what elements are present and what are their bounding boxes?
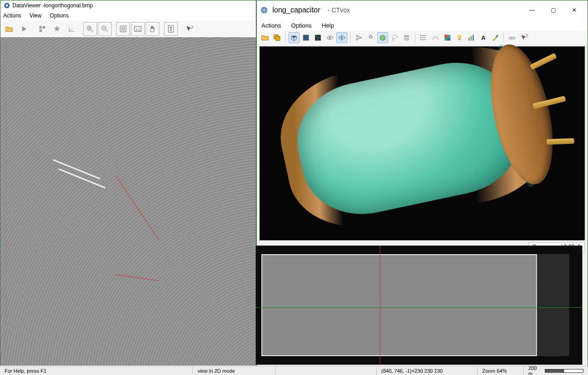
lasso-icon[interactable] [389, 32, 400, 43]
ctvox-toolbar: A ? [257, 31, 588, 45]
menu-actions[interactable]: Actions [3, 12, 21, 19]
ctvox-app-icon [260, 6, 268, 14]
svg-rect-18 [303, 35, 309, 41]
svg-point-24 [329, 37, 331, 39]
menu-options[interactable]: Options [50, 12, 68, 19]
open-icon[interactable] [260, 32, 271, 43]
ctvox-title: long_capacitor [272, 6, 320, 14]
crosshair-vertical[interactable] [380, 246, 380, 364]
crosshair-horizontal[interactable] [256, 307, 582, 308]
svg-rect-39 [470, 36, 472, 40]
text-icon[interactable]: A [478, 32, 489, 43]
help-arrow-icon[interactable]: ? [182, 22, 196, 36]
one-to-one-icon[interactable]: 1:1 [131, 22, 145, 36]
svg-rect-34 [445, 35, 447, 38]
svg-point-12 [170, 27, 172, 29]
svg-text:?: ? [191, 25, 193, 29]
svg-rect-13 [170, 29, 171, 31]
svg-rect-35 [447, 38, 450, 40]
window-minimize-button[interactable]: — [521, 3, 543, 17]
svg-point-21 [318, 37, 319, 38]
axes-3d-icon[interactable] [65, 22, 79, 36]
svg-point-27 [356, 35, 358, 37]
cube-icon[interactable] [288, 32, 300, 43]
menu-help[interactable]: Help [322, 22, 334, 29]
svg-point-31 [420, 37, 421, 38]
svg-rect-2 [40, 26, 42, 28]
window-close-button[interactable]: ✕ [564, 3, 585, 17]
svg-point-32 [420, 40, 421, 40]
window-controls: — ▢ ✕ [521, 3, 585, 17]
status-zoom-label: Zoom 64% [478, 366, 524, 375]
rendered-capacitor [269, 33, 562, 240]
curve-icon[interactable] [430, 32, 441, 43]
dataviewer-app-icon [3, 2, 11, 9]
star-icon[interactable] [50, 22, 64, 36]
window-maximize-button[interactable]: ▢ [543, 3, 564, 17]
palette-icon[interactable] [442, 32, 453, 43]
status-mode-label: view in 2D mode [193, 366, 276, 375]
svg-point-26 [341, 37, 343, 39]
scale-bar-icon [545, 369, 583, 373]
open-icon[interactable] [2, 22, 16, 36]
svg-text:1:1: 1:1 [136, 28, 140, 32]
svg-rect-4 [40, 29, 42, 32]
fit-screen-icon[interactable] [116, 22, 130, 36]
status-scale-label: 200 m [528, 365, 541, 375]
layers-icon[interactable] [271, 32, 283, 43]
svg-text:A: A [481, 35, 485, 41]
dataviewer-window: DataViewer - longorthogonal.bmp Actions … [0, 0, 256, 375]
hist-icon[interactable] [466, 32, 477, 43]
svg-rect-7 [120, 26, 126, 32]
dataviewer-title-prefix: DataViewer - [12, 2, 44, 9]
zoom-out-icon[interactable] [98, 22, 112, 36]
svg-rect-37 [458, 39, 460, 40]
svg-rect-17 [276, 36, 280, 40]
ctvox-titlebar: long_capacitor - CTvox — ▢ ✕ [257, 0, 588, 20]
pan-hand-icon[interactable] [146, 22, 159, 36]
menu-actions[interactable]: Actions [261, 22, 281, 29]
volume-render-view[interactable] [260, 46, 585, 240]
svg-rect-3 [43, 26, 45, 28]
dataviewer-menubar: Actions View Options [0, 11, 256, 21]
ctvox-menubar: Actions Options Help [257, 20, 588, 31]
svg-point-20 [316, 36, 317, 37]
svg-point-29 [392, 35, 397, 39]
stack-icon[interactable] [401, 32, 412, 43]
list-icon[interactable] [418, 32, 429, 43]
svg-rect-38 [469, 38, 470, 40]
svg-point-30 [420, 35, 421, 36]
eye-target-icon[interactable] [336, 32, 347, 43]
menu-view[interactable]: View [29, 12, 41, 19]
bulb-icon[interactable] [454, 32, 465, 43]
noise-icon[interactable] [312, 32, 323, 43]
svg-point-22 [317, 39, 318, 40]
dither-icon[interactable] [300, 32, 311, 43]
grid-hide-icon[interactable] [35, 22, 49, 36]
status-coord-readout: (840, 746, -1)=230 230 230 [377, 366, 478, 375]
status-help-hint: For Help, press F1 [0, 366, 193, 375]
ctvox-app-suffix: - CTvox [328, 6, 350, 14]
info-page-icon[interactable] [164, 22, 178, 36]
scissors-icon[interactable] [353, 32, 364, 43]
svg-point-28 [356, 39, 358, 40]
play-icon[interactable] [17, 22, 31, 36]
dataviewer-workspace [0, 37, 256, 365]
slice-view-sagittal[interactable] [255, 245, 582, 365]
menu-options[interactable]: Options [291, 22, 312, 29]
dataviewer-toolbar: 1:1 ? [0, 21, 256, 37]
dataviewer-filename: longorthogonal.bmp [44, 2, 93, 9]
svg-rect-8 [122, 28, 124, 30]
svg-point-1 [6, 5, 8, 7]
global-statusbar: For Help, press F1 view in 2D mode (840,… [0, 366, 588, 375]
zoom-in-icon[interactable] [83, 22, 97, 36]
zoom-inset-panel[interactable] [0, 37, 107, 144]
svg-rect-40 [473, 35, 474, 41]
dataviewer-titlebar: DataViewer - longorthogonal.bmp [0, 0, 256, 11]
svg-rect-19 [315, 35, 321, 41]
star-scissors-icon[interactable] [365, 32, 376, 43]
svg-point-36 [458, 35, 461, 39]
boundbox-icon[interactable] [377, 32, 388, 43]
eye-icon[interactable] [324, 32, 335, 43]
